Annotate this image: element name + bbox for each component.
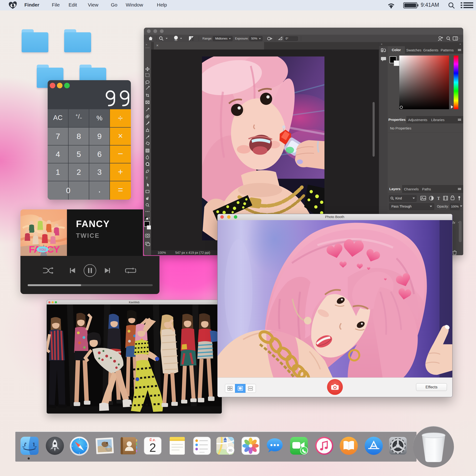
svg-text:Midtones: Midtones bbox=[215, 37, 228, 40]
svg-text:YOU: YOU bbox=[39, 248, 46, 252]
svg-text:280: 280 bbox=[223, 440, 227, 442]
svg-text:T: T bbox=[146, 176, 148, 180]
svg-text:T: T bbox=[437, 196, 440, 201]
svg-text:»: » bbox=[146, 43, 147, 46]
svg-text:0°: 0° bbox=[286, 37, 289, 40]
svg-text:2: 2 bbox=[150, 441, 156, 454]
svg-text:3D: 3D bbox=[228, 449, 232, 452]
svg-text:Exposure:: Exposure: bbox=[235, 37, 249, 40]
svg-text:Range:: Range: bbox=[203, 37, 212, 40]
svg-text:65: 65 bbox=[174, 39, 177, 41]
svg-text:50%: 50% bbox=[251, 37, 257, 40]
